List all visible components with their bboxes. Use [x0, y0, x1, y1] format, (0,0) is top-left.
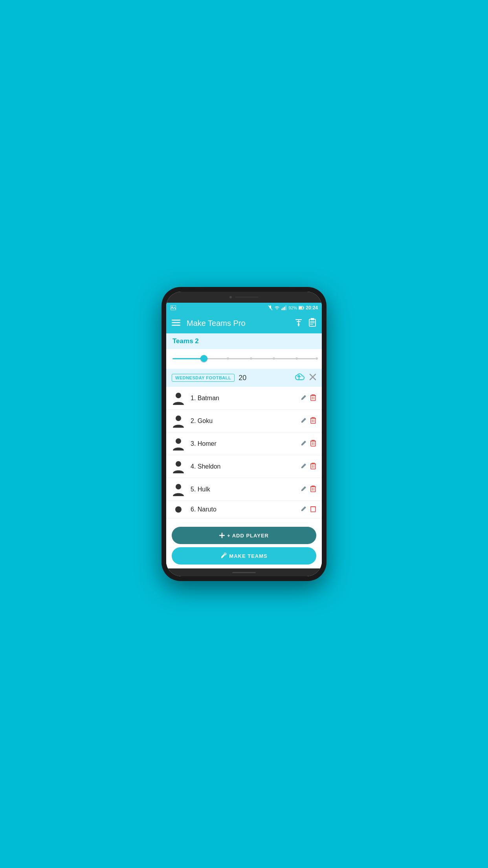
clipboard-icon[interactable] [308, 318, 316, 329]
svg-point-32 [176, 416, 181, 421]
svg-rect-34 [311, 418, 316, 423]
player-item: 5. Hulk [166, 478, 322, 501]
svg-rect-21 [310, 321, 315, 322]
menu-icon[interactable] [172, 319, 180, 327]
player-list: 1. Batman [166, 387, 322, 524]
slider-tick-5 [316, 357, 318, 360]
wifi-icon [274, 305, 280, 310]
player-name-4: 4. Sheldon [191, 463, 301, 470]
player-name-6: 6. Naruto [191, 506, 301, 513]
teams-header: Teams 2 [166, 333, 322, 349]
battery-icon: ⚡ [299, 306, 304, 310]
edit-button-5[interactable] [301, 485, 307, 493]
svg-rect-39 [311, 441, 316, 446]
status-bar: 92% ⚡ 20:24 [166, 303, 322, 313]
svg-rect-4 [283, 308, 284, 311]
make-teams-label: MAKE TEAMS [229, 553, 267, 559]
svg-rect-6 [286, 305, 287, 310]
teams-label: Teams 2 [172, 337, 199, 345]
svg-rect-3 [281, 309, 283, 310]
edit-button-6[interactable] [301, 506, 307, 513]
player-actions-3 [301, 440, 316, 448]
player-avatar-4 [172, 460, 185, 473]
image-icon [170, 305, 176, 311]
svg-rect-11 [172, 320, 180, 321]
svg-rect-0 [171, 305, 176, 310]
slider-tick-1 [227, 357, 229, 360]
mute-icon [268, 305, 273, 311]
player-item: 3. Homer [166, 432, 322, 455]
svg-rect-22 [310, 322, 315, 323]
player-actions-1 [301, 394, 316, 403]
delete-button-3[interactable] [310, 440, 316, 448]
player-actions-2 [301, 417, 316, 425]
delete-button-5[interactable] [310, 485, 316, 494]
player-name-3: 3. Homer [191, 440, 301, 447]
edit-button-2[interactable] [301, 417, 307, 425]
svg-point-42 [176, 461, 181, 467]
slider-thumb[interactable] [200, 355, 207, 362]
svg-rect-13 [172, 325, 180, 326]
delete-button-4[interactable] [310, 462, 316, 471]
edit-button-3[interactable] [301, 440, 307, 448]
signal-icon [281, 305, 287, 310]
speaker-bar [235, 296, 259, 298]
player-actions-6 [301, 505, 316, 514]
svg-point-56 [224, 553, 226, 555]
svg-rect-5 [284, 307, 285, 310]
phone-frame: 92% ⚡ 20:24 Make Teams Pro [161, 287, 327, 581]
home-bar [232, 572, 256, 573]
svg-point-47 [176, 484, 181, 489]
delete-button-2[interactable] [310, 417, 316, 425]
app-bar: Make Teams Pro [166, 313, 322, 333]
player-item: 6. Naruto [166, 501, 322, 519]
edit-button-4[interactable] [301, 463, 307, 471]
svg-rect-53 [311, 507, 316, 512]
svg-rect-8 [304, 307, 305, 309]
app-bar-actions [294, 318, 316, 329]
phone-notch [166, 292, 322, 303]
player-actions-5 [301, 485, 316, 494]
main-content: Teams 2 [166, 333, 322, 568]
slider-track [172, 358, 316, 359]
slider-tick-3 [273, 357, 275, 360]
edit-button-1[interactable] [301, 394, 307, 402]
button-section: + ADD PLAYER MAKE TEAMS [166, 524, 322, 568]
svg-text:⚡: ⚡ [300, 307, 303, 310]
player-avatar-6 [172, 503, 185, 516]
svg-point-37 [176, 438, 181, 444]
svg-point-52 [175, 506, 182, 513]
close-session-button[interactable] [309, 373, 316, 383]
slider-tick-4 [295, 357, 298, 360]
player-item: 1. Batman [166, 387, 322, 410]
add-player-button[interactable]: + ADD PLAYER [172, 527, 316, 544]
teams-slider[interactable] [172, 355, 316, 362]
player-avatar-2 [172, 414, 185, 428]
camera-dot [229, 296, 232, 298]
make-teams-button[interactable]: MAKE TEAMS [172, 547, 316, 565]
add-player-label: + ADD PLAYER [227, 533, 269, 539]
player-avatar-3 [172, 437, 185, 451]
svg-rect-49 [311, 487, 316, 492]
cloud-upload-button[interactable] [294, 373, 305, 383]
delete-button-6[interactable] [310, 505, 316, 514]
svg-point-27 [176, 393, 181, 398]
svg-rect-12 [172, 322, 180, 324]
svg-rect-44 [311, 464, 316, 469]
status-right: 92% ⚡ 20:24 [268, 305, 318, 311]
player-item: 4. Sheldon [166, 455, 322, 478]
app-title: Make Teams Pro [187, 319, 294, 328]
svg-rect-23 [310, 324, 313, 325]
player-actions-4 [301, 462, 316, 471]
battery-percent: 92% [288, 305, 297, 310]
player-avatar-1 [172, 392, 185, 405]
player-name-5: 5. Hulk [191, 486, 301, 493]
player-avatar-5 [172, 483, 185, 496]
slider-tick-2 [250, 357, 252, 360]
delete-button-1[interactable] [310, 394, 316, 403]
time-display: 20:24 [306, 305, 318, 311]
phone-bottom-bar [166, 568, 322, 576]
svg-rect-20 [311, 318, 314, 320]
filter-icon[interactable] [294, 318, 303, 329]
player-item: 2. Goku [166, 410, 322, 432]
